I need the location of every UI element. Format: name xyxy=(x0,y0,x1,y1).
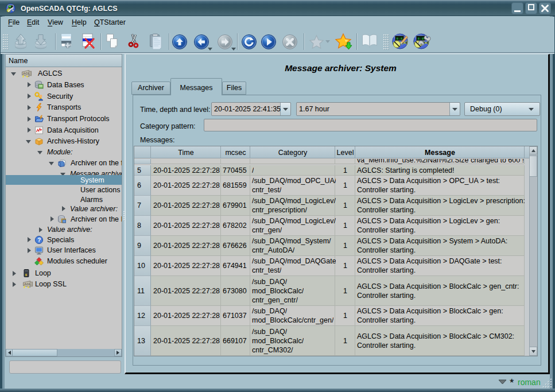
svg-text:8:8: 8:8 xyxy=(397,37,403,41)
svg-text:AGL: AGL xyxy=(24,283,32,286)
svg-text:8:8: 8:8 xyxy=(418,37,424,41)
svg-text:s: s xyxy=(25,273,28,277)
svg-text:AGL: AGL xyxy=(23,72,30,75)
svg-text:?: ? xyxy=(37,236,41,243)
